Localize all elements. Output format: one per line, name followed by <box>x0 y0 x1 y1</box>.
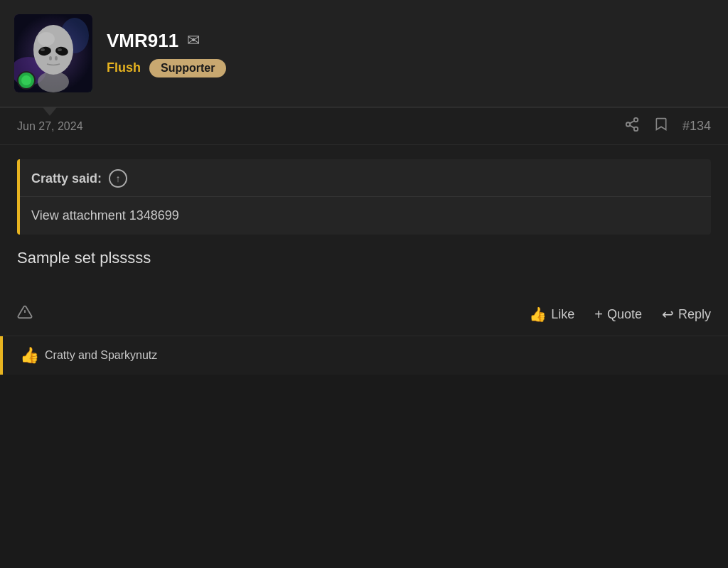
user-badges: Flush Supporter <box>107 59 226 77</box>
post-meta-actions: #134 <box>624 117 711 136</box>
online-status-badge <box>17 71 36 90</box>
report-icon[interactable] <box>17 304 33 324</box>
post-main-text: Sample set plsssss <box>17 249 711 267</box>
post-footer: 👍 Like + Quote ↩ Reply <box>0 299 728 336</box>
post-content: Cratty said: ↑ View attachment 1348699 S… <box>0 145 728 299</box>
username: VMR911 <box>107 30 178 52</box>
quote-text: View attachment 1348699 <box>31 208 179 223</box>
bookmark-icon[interactable] <box>654 117 668 136</box>
like-label: Like <box>551 307 574 322</box>
quote-block: Cratty said: ↑ View attachment 1348699 <box>17 159 711 235</box>
post-container: VMR911 ✉ Flush Supporter Jun 27, 2024 <box>0 0 728 375</box>
svg-point-13 <box>634 118 638 122</box>
post-divider <box>0 107 728 108</box>
reply-icon: ↩ <box>662 306 674 323</box>
flush-label: Flush <box>107 60 141 75</box>
post-header: VMR911 ✉ Flush Supporter <box>0 0 728 107</box>
username-row: VMR911 ✉ <box>107 30 226 52</box>
supporter-badge: Supporter <box>149 59 226 77</box>
like-button[interactable]: 👍 Like <box>529 306 574 323</box>
footer-actions: 👍 Like + Quote ↩ Reply <box>529 306 711 323</box>
svg-line-16 <box>630 125 634 128</box>
reply-button[interactable]: ↩ Reply <box>662 306 711 323</box>
svg-point-6 <box>38 32 55 46</box>
svg-point-9 <box>41 48 45 51</box>
quote-plus-icon: + <box>594 306 603 323</box>
quote-author: Cratty said: <box>31 171 102 186</box>
reaction-users-text: Cratty and Sparkynutz <box>45 349 157 361</box>
quote-label: Quote <box>607 307 642 322</box>
triangle-notch <box>43 107 57 116</box>
share-icon[interactable] <box>624 117 640 136</box>
quote-arrow-icon: ↑ <box>109 169 127 188</box>
post-meta-bar: Jun 27, 2024 #134 <box>0 108 728 145</box>
svg-point-11 <box>49 56 52 60</box>
avatar-container <box>14 14 92 92</box>
reply-label: Reply <box>678 307 711 322</box>
svg-point-10 <box>58 48 62 51</box>
post-number: #134 <box>682 119 711 134</box>
svg-point-14 <box>626 122 631 127</box>
mail-icon[interactable]: ✉ <box>187 31 200 50</box>
quote-header: Cratty said: ↑ <box>20 159 711 197</box>
svg-line-17 <box>630 121 634 124</box>
post-date: Jun 27, 2024 <box>17 120 83 133</box>
svg-point-15 <box>634 127 638 132</box>
user-info: VMR911 ✉ Flush Supporter <box>107 30 226 77</box>
reaction-users: Cratty and Sparkynutz <box>45 349 157 362</box>
reaction-emoji: 👍 <box>20 346 39 365</box>
reactions-row: 👍 Cratty and Sparkynutz <box>0 336 728 375</box>
like-icon: 👍 <box>529 306 547 323</box>
quote-body: View attachment 1348699 <box>20 197 711 235</box>
svg-point-12 <box>55 56 58 60</box>
quote-button[interactable]: + Quote <box>594 306 642 323</box>
